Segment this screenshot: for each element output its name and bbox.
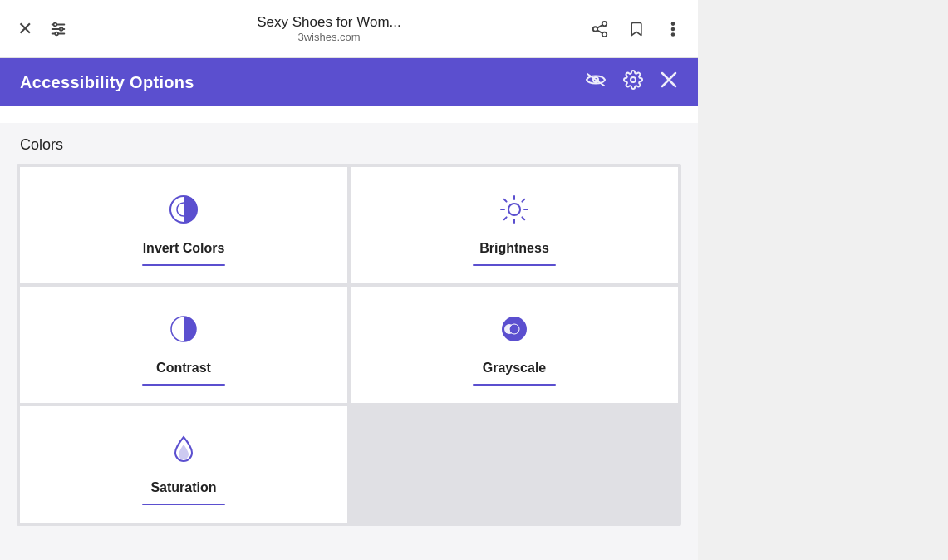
colors-grid: Invert Colors	[17, 164, 681, 526]
svg-line-28	[522, 199, 524, 202]
settings-icon[interactable]	[623, 70, 643, 95]
brightness-card[interactable]: Brightness	[351, 167, 678, 283]
content-top-band	[0, 106, 698, 123]
svg-point-16	[631, 77, 636, 82]
colors-section-label: Colors	[17, 123, 681, 164]
svg-point-13	[671, 32, 675, 37]
contrast-label: Contrast	[156, 361, 211, 376]
grayscale-card[interactable]: Grayscale	[351, 287, 678, 403]
saturation-card[interactable]: Saturation	[20, 406, 347, 523]
close-icon[interactable]	[660, 71, 678, 94]
contrast-icon	[167, 312, 200, 349]
grayscale-icon	[498, 312, 531, 349]
browser-filter-icon[interactable]	[47, 17, 70, 41]
saturation-underline	[142, 504, 225, 505]
svg-point-3	[54, 22, 57, 26]
svg-line-10	[597, 24, 602, 27]
saturation-icon	[167, 432, 200, 469]
invert-colors-card[interactable]: Invert Colors	[20, 167, 347, 283]
saturation-label: Saturation	[150, 480, 216, 495]
svg-line-29	[504, 217, 507, 219]
invert-colors-label: Invert Colors	[143, 241, 225, 256]
svg-point-11	[671, 22, 675, 26]
page-title: Sexy Shoes for Wom...	[257, 14, 401, 31]
contrast-underline	[142, 384, 225, 386]
grayscale-underline	[473, 384, 556, 386]
page-subtitle: 3wishes.com	[297, 31, 360, 43]
bookmark-icon[interactable]	[625, 17, 648, 41]
accessibility-header: Accessibility Options	[0, 58, 698, 106]
brightness-icon	[498, 193, 531, 229]
share-icon[interactable]	[588, 17, 612, 41]
contrast-card[interactable]: Contrast	[20, 287, 347, 403]
more-icon[interactable]	[661, 17, 685, 41]
grayscale-label: Grayscale	[483, 361, 547, 376]
invert-colors-icon	[167, 193, 200, 229]
brightness-underline	[473, 264, 556, 266]
svg-line-27	[522, 217, 524, 219]
svg-point-12	[671, 27, 675, 31]
svg-point-34	[509, 324, 519, 334]
svg-point-4	[60, 27, 63, 31]
browser-topbar: ✕ Sexy Shoes for Wom... 3wishes.com	[0, 0, 698, 58]
accessibility-title: Accessibility Options	[20, 73, 575, 92]
svg-line-26	[504, 199, 507, 202]
svg-point-5	[55, 32, 58, 35]
svg-point-21	[508, 204, 520, 215]
svg-line-9	[597, 30, 602, 33]
hide-icon[interactable]	[585, 71, 607, 93]
content-area: Colors Invert Colors	[0, 106, 698, 560]
invert-colors-underline	[142, 264, 225, 266]
topbar-title-area: Sexy Shoes for Wom... 3wishes.com	[80, 14, 578, 43]
topbar-icons-right	[588, 17, 685, 41]
brightness-label: Brightness	[479, 241, 549, 256]
browser-close-icon[interactable]: ✕	[13, 17, 37, 41]
browser-container: ✕ Sexy Shoes for Wom... 3wishes.com	[0, 0, 698, 560]
